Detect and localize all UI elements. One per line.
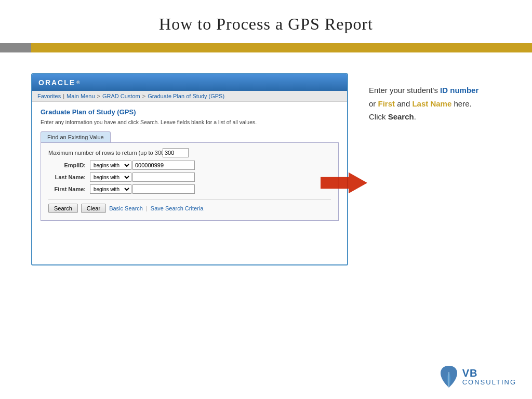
vb-company-subtitle: CONSULTING xyxy=(462,379,516,386)
lastname-row: Last Name: begins with contains is xyxy=(48,172,331,182)
firstname-row: First Name: begins with contains is xyxy=(48,184,331,194)
oracle-ui-box: ORACLE® Favorites | Main Menu > GRAD Cus… xyxy=(31,73,348,265)
instruction-last-highlight: Last Name xyxy=(412,99,451,108)
lastname-operator[interactable]: begins with contains is xyxy=(90,172,131,182)
page-title: How to Process a GPS Report xyxy=(0,0,532,43)
oracle-body: Graduate Plan of Study (GPS) Enter any i… xyxy=(32,102,347,227)
red-arrow-icon xyxy=(321,170,367,196)
max-rows-row: Maximum number of rows to return (up to … xyxy=(48,148,331,157)
instruction-click: Click xyxy=(369,112,388,121)
vb-company-name: VB xyxy=(462,367,516,379)
instruction-search-bold: Search xyxy=(388,112,414,121)
emplid-label: EmplID: xyxy=(48,162,90,168)
max-rows-label: Maximum number of rows to return (up to … xyxy=(48,150,163,156)
oracle-nav: Favorites | Main Menu > GRAD Custom > Gr… xyxy=(32,91,347,102)
oracle-logo-text: ORACLE xyxy=(38,78,75,87)
nav-arrow2: > xyxy=(142,93,145,99)
vb-text: VB CONSULTING xyxy=(462,367,516,386)
gps-form-title: Graduate Plan of Study (GPS) xyxy=(41,108,339,116)
instruction-first-highlight: First xyxy=(378,99,395,108)
nav-arrow1: > xyxy=(97,93,100,99)
svg-marker-0 xyxy=(321,172,367,194)
instruction-line1-prefix: Enter your student's xyxy=(369,86,440,95)
separator-icon: | xyxy=(146,205,148,211)
oracle-logo: ORACLE® xyxy=(38,78,341,87)
vb-leaf-icon xyxy=(440,365,458,389)
instruction-line2-prefix: or xyxy=(369,99,378,108)
decorative-bar xyxy=(0,43,532,52)
emplid-operator[interactable]: begins with contains is xyxy=(90,161,131,170)
oracle-trademark: ® xyxy=(76,80,81,85)
oracle-header: ORACLE® xyxy=(32,74,347,91)
emplid-area: EmplID: begins with contains is xyxy=(48,161,331,170)
basic-search-link[interactable]: Basic Search xyxy=(109,205,143,211)
gps-instruction: Enter any information you have and click… xyxy=(41,119,339,125)
nav-favorites[interactable]: Favorites xyxy=(37,93,61,99)
firstname-input[interactable] xyxy=(132,184,195,194)
vb-consulting-logo: VB CONSULTING xyxy=(440,365,516,389)
nav-grad-custom[interactable]: GRAD Custom xyxy=(102,93,140,99)
instruction-period: . xyxy=(414,112,416,121)
firstname-label: First Name: xyxy=(48,186,90,192)
emplid-row: EmplID: begins with contains is xyxy=(48,161,331,170)
firstname-operator[interactable]: begins with contains is xyxy=(90,184,131,194)
deco-gray xyxy=(0,43,31,52)
search-button[interactable]: Search xyxy=(48,204,78,213)
instruction-here: here. xyxy=(451,99,471,108)
deco-gold xyxy=(31,43,532,52)
instruction-text: Enter your student's ID number or First … xyxy=(369,84,478,124)
main-content: ORACLE® Favorites | Main Menu > GRAD Cus… xyxy=(0,52,532,276)
form-buttons: Search Clear Basic Search | Save Search … xyxy=(48,204,331,213)
form-divider xyxy=(48,199,331,200)
save-criteria-link[interactable]: Save Search Criteria xyxy=(151,205,204,211)
clear-button[interactable]: Clear xyxy=(81,204,106,213)
instruction-and: and xyxy=(395,99,412,108)
search-form-box: Maximum number of rows to return (up to … xyxy=(41,142,339,221)
nav-sep1: | xyxy=(63,93,64,99)
emplid-input[interactable] xyxy=(132,161,195,170)
lastname-label: Last Name: xyxy=(48,174,90,180)
max-rows-input[interactable] xyxy=(163,148,189,157)
instruction-id-highlight: ID number xyxy=(440,86,478,95)
find-existing-tab[interactable]: Find an Existing Value xyxy=(41,131,111,142)
nav-gps[interactable]: Graduate Plan of Study (GPS) xyxy=(148,93,224,99)
lastname-input[interactable] xyxy=(132,172,195,182)
nav-main-menu[interactable]: Main Menu xyxy=(66,93,95,99)
